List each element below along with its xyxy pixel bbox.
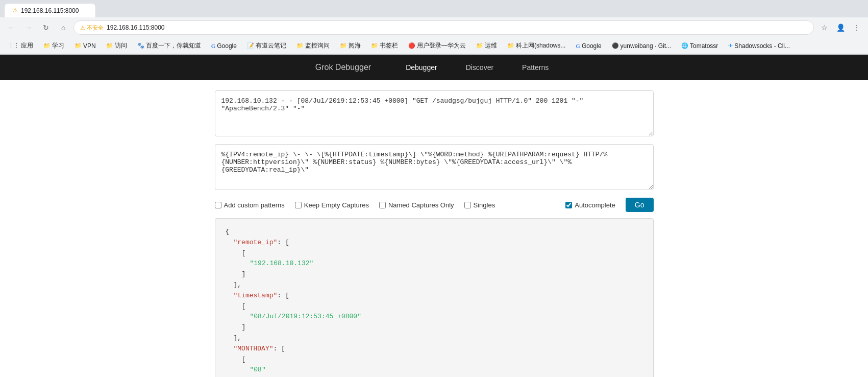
singles-checkbox[interactable] bbox=[464, 202, 471, 208]
profile-button[interactable]: 👤 bbox=[833, 20, 848, 35]
browser-chrome: ⚠ 192.168.16.115:8000 ← → ↻ ⌂ ⚠ 不安全 192.… bbox=[0, 0, 868, 55]
security-warning-icon: ⚠ 不安全 bbox=[80, 24, 104, 32]
bookmark-vpn[interactable]: 📁 VPN bbox=[70, 41, 100, 51]
address-url: 192.168.16.115:8000 bbox=[107, 24, 807, 31]
folder-icon: 📁 bbox=[476, 42, 483, 49]
folder-icon: 📁 bbox=[296, 42, 304, 49]
singles-label[interactable]: Singles bbox=[464, 201, 495, 209]
named-captures-only-text: Named Captures Only bbox=[388, 201, 454, 209]
add-custom-patterns-checkbox[interactable] bbox=[215, 202, 221, 208]
named-captures-only-checkbox[interactable] bbox=[379, 202, 386, 208]
bookmark-label: 监控询问 bbox=[305, 41, 330, 50]
bookmark-label: 应用 bbox=[21, 41, 33, 50]
browser-tab-active[interactable]: ⚠ 192.168.16.115:8000 bbox=[4, 3, 96, 17]
toolbar-icons: ☆ 👤 ⋮ bbox=[817, 20, 864, 35]
forward-button[interactable]: → bbox=[21, 20, 36, 35]
nav-discover[interactable]: Discover bbox=[462, 61, 498, 74]
bookmark-label: Tomatossr bbox=[690, 42, 718, 50]
log-input-textarea[interactable] bbox=[215, 90, 654, 136]
back-button[interactable]: ← bbox=[4, 20, 18, 35]
options-row: Add custom patterns Keep Empty Captures … bbox=[215, 192, 654, 218]
bookmark-yuhai[interactable]: 📁 阅海 bbox=[336, 40, 365, 51]
json-output-line: "remote_ip": [ bbox=[226, 238, 643, 248]
nav-patterns[interactable]: Patterns bbox=[518, 61, 553, 74]
refresh-button[interactable]: ↻ bbox=[39, 20, 53, 35]
bookmark-youdao[interactable]: 📝 有道云笔记 bbox=[243, 40, 290, 51]
browser-toolbar: ← → ↻ ⌂ ⚠ 不安全 192.168.16.115:8000 ☆ 👤 ⋮ bbox=[0, 17, 868, 38]
bookmark-google2[interactable]: G Google bbox=[572, 41, 605, 51]
bookmark-apps[interactable]: ⋮⋮ 应用 bbox=[4, 40, 37, 51]
app-title: Grok Debugger bbox=[315, 63, 371, 72]
named-captures-only-label[interactable]: Named Captures Only bbox=[379, 201, 454, 209]
keep-empty-captures-label[interactable]: Keep Empty Captures bbox=[295, 201, 369, 209]
json-output-line: [ bbox=[226, 248, 643, 259]
json-output-line: ] bbox=[226, 322, 643, 333]
extensions-button[interactable]: ⋮ bbox=[850, 20, 864, 35]
autocomplete-text: Autocomplete bbox=[575, 201, 615, 209]
bookmark-github[interactable]: ⚫ yunweibang · Git... bbox=[608, 41, 675, 51]
bookmark-label: 书签栏 bbox=[380, 41, 398, 50]
json-output-line: [ bbox=[226, 355, 643, 365]
nav-debugger[interactable]: Debugger bbox=[402, 61, 441, 74]
bookmark-tomatossr[interactable]: 🌐 Tomatossr bbox=[677, 41, 722, 51]
browser-tabs: ⚠ 192.168.16.115:8000 bbox=[0, 0, 868, 17]
home-button[interactable]: ⌂ bbox=[56, 20, 70, 35]
bookmark-huawei[interactable]: 🔴 用户登录—华为云 bbox=[404, 40, 470, 51]
json-output-line: ], bbox=[226, 333, 643, 344]
bookmark-bookmarks[interactable]: 📁 书签栏 bbox=[367, 40, 402, 51]
bookmark-google1[interactable]: G Google bbox=[207, 41, 241, 51]
output-area: { "remote_ip": [ [ "192.168.10.132" ] ],… bbox=[215, 218, 654, 377]
grok-pattern-textarea[interactable] bbox=[215, 144, 654, 190]
bookmark-label: 百度一下，你就知道 bbox=[146, 41, 201, 50]
google-icon2: G bbox=[576, 43, 580, 49]
bookmark-label: Google bbox=[217, 42, 237, 50]
bookmark-label: 有道云笔记 bbox=[256, 41, 286, 50]
bookmark-visit[interactable]: 📁 访问 bbox=[102, 40, 131, 51]
bookmark-label: yunweibang · Git... bbox=[621, 42, 671, 50]
json-output-line: "MONTHDAY": [ bbox=[226, 344, 643, 355]
folder-icon: 📁 bbox=[340, 42, 347, 49]
bookmark-label: Google bbox=[582, 42, 602, 50]
go-button[interactable]: Go bbox=[626, 198, 654, 212]
bookmark-baidu[interactable]: 🐾 百度一下，你就知道 bbox=[133, 40, 205, 51]
bookmark-shadowsocks[interactable]: 📁 科上网(shadows... bbox=[503, 40, 569, 51]
bookmark-label: 阅海 bbox=[349, 41, 361, 50]
bookmark-label: 科上网(shadows... bbox=[516, 41, 565, 50]
json-output-line: "timestamp": [ bbox=[226, 291, 643, 301]
keep-empty-captures-checkbox[interactable] bbox=[295, 202, 302, 208]
keep-empty-captures-text: Keep Empty Captures bbox=[304, 201, 369, 209]
folder-icon: 📁 bbox=[507, 42, 514, 49]
json-output-line: "192.168.10.132" bbox=[226, 258, 643, 269]
tab-title: 192.168.16.115:8000 bbox=[21, 7, 79, 14]
json-output-line: "08" bbox=[226, 365, 643, 375]
google-icon: G bbox=[211, 43, 216, 49]
json-output-line: ] bbox=[226, 269, 643, 280]
json-output-line: { bbox=[226, 227, 643, 238]
address-bar[interactable]: ⚠ 不安全 192.168.16.115:8000 bbox=[73, 20, 814, 35]
apps-icon: ⋮⋮ bbox=[8, 42, 19, 49]
json-output-line: [ bbox=[226, 301, 643, 312]
singles-text: Singles bbox=[474, 201, 495, 209]
autocomplete-label[interactable]: Autocomplete bbox=[565, 201, 615, 209]
tab-warning-icon: ⚠ bbox=[13, 7, 18, 14]
json-output-line: "08/Jul/2019:12:53:45 +0800" bbox=[226, 312, 643, 322]
bookmark-monitor[interactable]: 📁 监控询问 bbox=[292, 40, 334, 51]
folder-icon: 📁 bbox=[371, 42, 378, 49]
bookmark-button[interactable]: ☆ bbox=[817, 20, 831, 35]
bookmark-label: Shadowsocks - Cli... bbox=[734, 42, 790, 50]
bookmark-ops[interactable]: 📁 运维 bbox=[472, 40, 501, 51]
app-header: Grok Debugger Debugger Discover Patterns bbox=[0, 55, 868, 80]
bookmark-study[interactable]: 📁 学习 bbox=[39, 40, 68, 51]
baidu-icon: 🐾 bbox=[137, 42, 144, 49]
github-icon: ⚫ bbox=[612, 42, 619, 49]
main-content: Add custom patterns Keep Empty Captures … bbox=[205, 80, 664, 377]
folder-icon: 📁 bbox=[106, 42, 113, 49]
folder-icon: 📁 bbox=[75, 42, 82, 49]
bookmarks-bar: ⋮⋮ 应用 📁 学习 📁 VPN 📁 访问 🐾 百度一下，你就知道 G Goog… bbox=[0, 38, 868, 54]
autocomplete-checkbox[interactable] bbox=[565, 202, 572, 208]
add-custom-patterns-text: Add custom patterns bbox=[224, 201, 285, 209]
add-custom-patterns-label[interactable]: Add custom patterns bbox=[215, 201, 285, 209]
bookmark-label: 访问 bbox=[115, 41, 127, 50]
youdao-icon: 📝 bbox=[247, 42, 254, 49]
bookmark-shadowsocks2[interactable]: ✈ Shadowsocks - Cli... bbox=[724, 41, 794, 51]
